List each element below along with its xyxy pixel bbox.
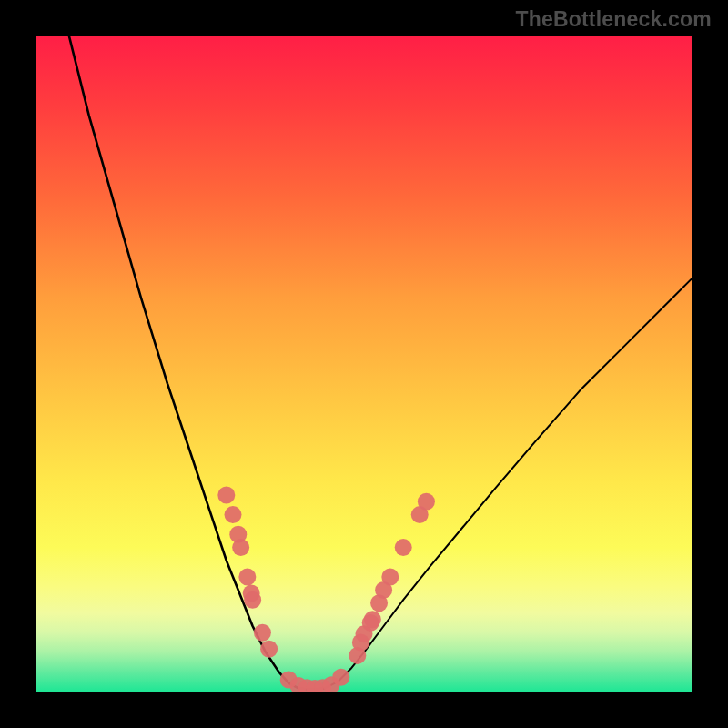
chart-container: TheBottleneck.com <box>0 0 728 728</box>
scatter-point <box>332 669 349 686</box>
scatter-point <box>232 539 249 556</box>
plot-area <box>36 36 692 692</box>
watermark-text: TheBottleneck.com <box>515 7 712 32</box>
scatter-point <box>418 493 435 511</box>
scatter-point <box>260 641 278 658</box>
scatter-point <box>364 611 381 628</box>
scatter-point <box>395 539 412 556</box>
scatter-point <box>225 506 242 523</box>
curve-curve-left <box>69 36 298 688</box>
scatter-point <box>381 569 399 586</box>
scatter-point <box>238 569 256 586</box>
curve-curve-right <box>325 278 692 688</box>
chart-svg <box>36 36 692 692</box>
scatter-point <box>254 624 271 642</box>
scatter-point <box>244 592 261 609</box>
scatter-point <box>217 487 235 504</box>
